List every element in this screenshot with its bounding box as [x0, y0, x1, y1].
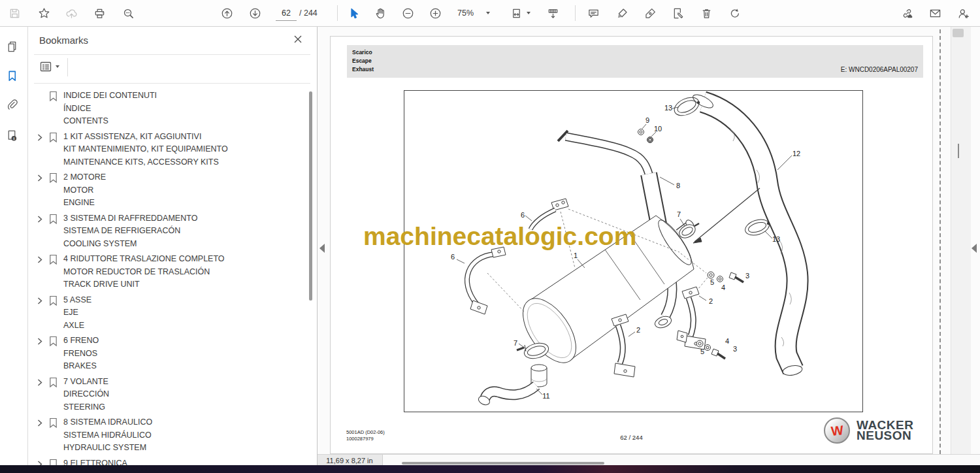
chevron-right-icon[interactable]	[37, 419, 42, 427]
chevron-right-icon[interactable]	[37, 256, 42, 263]
chevron-right-icon[interactable]	[37, 338, 42, 345]
highlight-icon[interactable]	[613, 4, 631, 22]
bookmark-item-labels: 7 VOLANTEDIRECCIÓNSTEERING	[63, 376, 304, 414]
zoom-level[interactable]: 75%	[457, 8, 474, 18]
bookmarks-panel-title: Bookmarks	[39, 35, 88, 46]
bookmarks-panel: Bookmarks INDICE DEI CONTENUTIÍNDICECONT…	[27, 26, 318, 465]
bookmarks-list: INDICE DEI CONTENUTIÍNDICECONTENTS 1 KIT…	[27, 90, 308, 465]
part-label-13: 13	[664, 104, 672, 112]
options-caret	[56, 65, 59, 68]
bookmark-item-labels: 6 FRENOFRENOSBRAKES	[63, 334, 304, 373]
part-label-9: 9	[645, 116, 649, 124]
chevron-right-icon[interactable]	[37, 216, 42, 223]
page-up-icon[interactable]	[218, 4, 236, 22]
part-label-7: 7	[514, 339, 517, 347]
bookmark-item-labels: 9 ELETTRONICA	[63, 457, 304, 466]
zoom-in-icon[interactable]	[426, 4, 444, 22]
star-favorite-icon[interactable]	[35, 4, 53, 22]
bookmark-item[interactable]: INDICE DEI CONTENUTIÍNDICECONTENTS	[27, 90, 308, 131]
fill-and-sign-icon[interactable]	[669, 4, 687, 22]
bookmark-item-labels: 1 KIT ASSISTENZA, KIT AGGIUNTIVIKIT MANT…	[63, 131, 304, 169]
hand-tool-icon[interactable]	[371, 4, 389, 22]
part-label-1: 1	[574, 252, 578, 259]
email-icon[interactable]	[926, 4, 944, 22]
close-panel-icon[interactable]	[293, 35, 302, 44]
bookmark-item[interactable]: 2 MOTOREMOTORENGINE	[27, 171, 308, 212]
page-dimensions-label: 11,69 x 8,27 in	[317, 455, 383, 466]
part-label-3: 3	[745, 272, 749, 280]
select-tool-icon[interactable]	[344, 4, 363, 22]
bookmarks-panel-icon[interactable]	[6, 70, 22, 86]
bookmark-icon	[48, 377, 58, 388]
horizontal-scrollbar-thumb[interactable]	[402, 462, 604, 465]
page-fit-dropdown-caret[interactable]	[527, 12, 531, 14]
zoom-out-icon[interactable]	[399, 4, 417, 22]
svg-text:i: i	[13, 137, 14, 140]
bookmark-item[interactable]: 6 FRENOFRENOSBRAKES	[27, 334, 308, 376]
brand-monogram-circle: W	[824, 417, 850, 444]
part-label-6: 6	[521, 211, 525, 219]
bookmark-item[interactable]: 5 ASSEEJEAXLE	[27, 294, 308, 335]
taskbar-edge	[0, 465, 980, 473]
attachments-icon[interactable]	[6, 99, 22, 115]
bookmark-item-labels: 2 MOTOREMOTORENGINE	[63, 171, 304, 210]
find-icon[interactable]	[119, 4, 137, 22]
bookmarks-options-button[interactable]	[39, 60, 59, 73]
bookmark-item-labels: 5 ASSEEJEAXLE	[63, 294, 304, 333]
bookmarks-scrollbar[interactable]	[309, 91, 312, 301]
watermark: machinecatalogic.com	[363, 222, 636, 251]
page-info-icon[interactable]: i	[6, 129, 22, 146]
bookmark-item[interactable]: 7 VOLANTEDIRECCIÓNSTEERING	[27, 376, 308, 417]
add-person-icon[interactable]	[954, 4, 972, 22]
toolbar-separator	[575, 5, 576, 21]
divider	[34, 54, 310, 55]
print-icon[interactable]	[90, 4, 108, 22]
bookmark-icon	[48, 214, 58, 225]
part-label-5: 5	[710, 278, 714, 286]
divider	[34, 83, 310, 84]
comment-icon[interactable]	[584, 4, 602, 22]
chevron-right-icon[interactable]	[37, 134, 42, 141]
scroll-mode-icon[interactable]	[544, 4, 562, 22]
page-down-icon[interactable]	[246, 4, 264, 22]
sign-icon[interactable]	[641, 4, 659, 22]
part-label-8: 8	[676, 182, 680, 189]
bookmark-item[interactable]: 8 SISTEMA IDRAULICOSISTEMA HIDRÁULICOHYD…	[27, 416, 308, 457]
divider	[67, 58, 68, 76]
left-rail: i	[0, 26, 28, 465]
part-label-12: 12	[792, 150, 800, 157]
document-pane: Scarico Escape Exhaust E: WNCD0206APAL00…	[317, 26, 980, 465]
page-header-bar: Scarico Escape Exhaust E: WNCD0206APAL00…	[347, 45, 923, 78]
chevron-right-icon[interactable]	[37, 174, 42, 182]
collapse-panel-right-icon[interactable]	[972, 244, 977, 253]
vertical-scrollbar-thumb[interactable]	[953, 29, 964, 37]
bookmark-icon	[48, 295, 58, 306]
toolbar-separator	[337, 5, 338, 21]
page-fit-icon[interactable]	[507, 4, 525, 22]
cloud-upload-icon[interactable]	[62, 4, 80, 22]
part-label-4: 4	[721, 284, 725, 291]
bookmark-item[interactable]: 3 SISTEMA DI RAFFREDDAMENTOSISTEMA DE RE…	[27, 212, 308, 253]
chevron-right-icon[interactable]	[37, 379, 42, 386]
top-toolbar: / 244 75%	[0, 0, 980, 27]
bookmark-item[interactable]: 1 KIT ASSISTENZA, KIT AGGIUNTIVIKIT MANT…	[27, 131, 308, 172]
bookmark-icon	[48, 172, 58, 184]
page-thumbnails-icon[interactable]	[6, 41, 22, 57]
redo-icon[interactable]	[725, 4, 743, 22]
chevron-right-icon[interactable]	[37, 461, 42, 466]
part-label-2: 2	[709, 297, 713, 305]
share-link-icon[interactable]	[898, 4, 916, 22]
page-number-input[interactable]	[276, 6, 297, 21]
options-list-icon	[39, 60, 52, 73]
save-icon[interactable]	[5, 4, 24, 22]
vertical-scrollbar-track[interactable]	[951, 26, 971, 454]
delete-icon[interactable]	[697, 4, 715, 22]
bookmark-item[interactable]: 9 ELETTRONICA	[27, 457, 308, 466]
drawing-code: E: WNCD0206APAL00207	[841, 66, 918, 73]
part-label-7: 7	[677, 210, 681, 218]
bookmark-item[interactable]: 4 RIDUTTORE TRASLAZIONE COMPLETOMOTOR RE…	[27, 253, 308, 294]
collapse-panel-left-icon[interactable]	[319, 244, 325, 253]
bookmark-item-labels: 3 SISTEMA DI RAFFREDDAMENTOSISTEMA DE RE…	[63, 212, 304, 251]
chevron-right-icon[interactable]	[37, 297, 42, 304]
zoom-dropdown-caret[interactable]	[486, 12, 490, 14]
